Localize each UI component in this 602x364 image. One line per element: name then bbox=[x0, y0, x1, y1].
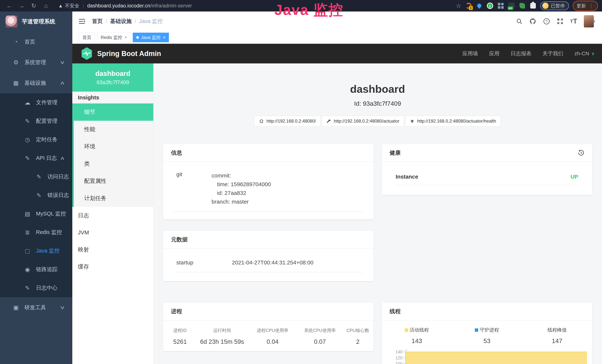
update-button[interactable]: 更新 ⋮ bbox=[573, 1, 598, 11]
sidebar-item-15[interactable]: ▣研发工具∨ bbox=[0, 297, 72, 318]
extension-leaf-icon[interactable] bbox=[519, 2, 526, 9]
tag-label: Redis 监控 bbox=[101, 34, 122, 40]
extension-colorzilla-icon[interactable]: 1 bbox=[465, 2, 472, 9]
hamburger-icon[interactable] bbox=[79, 18, 86, 24]
spring-boot-admin: Spring Boot Admin 应用墙应用日志报表关于我们zh-CN∨ da… bbox=[72, 44, 602, 364]
sidebar-item-8[interactable]: ✎访问日志 bbox=[0, 167, 72, 186]
sidebar-item-13[interactable]: ◉链路追踪 bbox=[0, 260, 72, 279]
chevron-up-icon: ∧ bbox=[60, 155, 65, 161]
extension-switch-icon[interactable]: on bbox=[508, 2, 515, 9]
sba-nav-link-2[interactable]: 应用 bbox=[489, 50, 499, 57]
browser-back-icon[interactable]: ← bbox=[4, 1, 14, 10]
sba-locale-select[interactable]: zh-CN∨ bbox=[574, 51, 595, 57]
tag-active-dot bbox=[136, 36, 139, 39]
instance-nav-root-item-4[interactable]: 缓存 bbox=[72, 258, 153, 275]
instance-nav-root-item-2[interactable]: JVM bbox=[72, 224, 153, 241]
instance-url-button-1[interactable]: http://192.168.0.2:48080/ bbox=[254, 116, 321, 127]
app-logo-link[interactable]: 芋道管理系统 bbox=[0, 11, 72, 32]
instance-url-button-3[interactable]: http://192.168.0.2:48080/actuator/health bbox=[405, 116, 501, 127]
sidebar-item-12[interactable]: ▢Java 监控 bbox=[0, 242, 72, 260]
yaxis-tick-label: 100 bbox=[396, 362, 402, 364]
sba-nav-link-4[interactable]: 关于我们 bbox=[542, 50, 563, 57]
extension-puzzle-icon[interactable] bbox=[529, 2, 537, 9]
config-edit-icon: ✎ bbox=[23, 118, 32, 125]
instance-nav-root-item-1[interactable]: 日志 bbox=[72, 207, 153, 224]
cards-left-column: 信息 git commit:time: 1596289704000id: 27a… bbox=[163, 144, 374, 351]
threads-legend-1: 活动线程143 bbox=[382, 327, 452, 344]
instance-nav-item-2[interactable]: 性能 bbox=[74, 121, 153, 138]
paused-label: 已暂停 bbox=[551, 3, 565, 9]
sidebar-item-6[interactable]: ◷定时任务 bbox=[0, 130, 72, 149]
sba-brand-name: Spring Boot Admin bbox=[97, 50, 161, 58]
sidebar-item-5[interactable]: ✎配置管理 bbox=[0, 112, 72, 130]
browser-home-icon[interactable]: ⌂ bbox=[41, 1, 51, 10]
github-icon[interactable] bbox=[529, 18, 536, 25]
threads-legend-text: 活动线程 bbox=[409, 327, 429, 333]
instance-nav-root-item-3[interactable]: 映射 bbox=[72, 241, 153, 258]
tag-close-icon[interactable]: × bbox=[163, 35, 165, 40]
address-bar[interactable]: ▲ 不安全 | dashboard.yudao.iocoder.cn/infra… bbox=[54, 1, 454, 10]
sidebar-item-label: 定时任务 bbox=[36, 136, 57, 143]
sidebar-item-4[interactable]: ☁文件管理 bbox=[0, 93, 72, 112]
gear-icon: ⚙ bbox=[12, 59, 20, 66]
extension-y-icon[interactable]: y bbox=[486, 2, 494, 9]
browser-forward-icon[interactable]: → bbox=[16, 1, 27, 10]
breadcrumb-item-2[interactable]: 基础设施 bbox=[110, 18, 132, 25]
process-column-label: 运行时间 bbox=[197, 327, 247, 333]
extension-pin-icon[interactable] bbox=[476, 2, 483, 9]
app-title: 芋道管理系统 bbox=[22, 18, 55, 25]
instance-nav-item-5[interactable]: 配置属性 bbox=[74, 172, 153, 190]
warning-icon: ▲ bbox=[58, 3, 63, 9]
chevron-down-icon: ∨ bbox=[60, 60, 65, 65]
instance-url-button-2[interactable]: http://192.168.0.2:48080/actuator bbox=[322, 116, 404, 127]
help-icon[interactable]: ? bbox=[543, 18, 550, 25]
user-avatar[interactable] bbox=[584, 15, 594, 27]
sba-nav-link-1[interactable]: 应用墙 bbox=[462, 50, 478, 57]
access-log-icon: ✎ bbox=[35, 173, 43, 180]
tag-close-icon[interactable]: × bbox=[124, 35, 127, 40]
instance-nav-item-1[interactable]: 细节 bbox=[74, 104, 153, 121]
font-size-icon[interactable]: TT bbox=[570, 17, 577, 25]
instance-nav-item-6[interactable]: 计划任务 bbox=[74, 190, 153, 207]
sidebar-item-label: 基础设施 bbox=[24, 79, 46, 87]
instance-nav-item-4[interactable]: 类 bbox=[74, 155, 153, 172]
instance-header[interactable]: dashboard 93a3fc7f7409 bbox=[72, 64, 153, 92]
fullscreen-icon[interactable] bbox=[557, 18, 563, 25]
breadcrumb-item-1[interactable]: 首页 bbox=[92, 18, 103, 25]
chevron-up-icon: ∧ bbox=[60, 80, 65, 86]
tag-2[interactable]: Redis 监控× bbox=[97, 33, 130, 42]
sidebar-item-2[interactable]: ⚙系统管理∨ bbox=[0, 52, 72, 73]
sidebar-item-1[interactable]: ◔首页 bbox=[0, 32, 72, 52]
metadata-row-value: 2021-04-27T00:44:31.254+08:00 bbox=[232, 259, 313, 266]
info-card-title: 信息 bbox=[171, 149, 182, 157]
tag-3[interactable]: Java 监控× bbox=[133, 33, 169, 42]
avatar-caret-icon[interactable]: ▾ bbox=[593, 19, 595, 24]
sidebar-item-9[interactable]: ✎错误日志 bbox=[0, 186, 72, 204]
sidebar-item-7[interactable]: ✎API 日志∧ bbox=[0, 149, 72, 167]
extension-grid-icon[interactable] bbox=[497, 2, 504, 9]
sidebar-item-3[interactable]: ▦基础设施∧ bbox=[0, 73, 72, 93]
metadata-card-title: 元数据 bbox=[171, 236, 188, 244]
browser-menu-icon[interactable]: ⋮ bbox=[589, 3, 594, 9]
tag-1[interactable]: 首页 bbox=[79, 33, 95, 42]
health-history-icon[interactable] bbox=[578, 150, 584, 156]
sidebar-item-14[interactable]: ✎日志中心 bbox=[0, 279, 72, 297]
process-column-value: 2 bbox=[342, 338, 374, 345]
legend-swatch-icon bbox=[475, 328, 478, 332]
instance-url-label: http://192.168.0.2:48080/actuator/health bbox=[417, 118, 496, 124]
paused-badge[interactable]: 已暂停 bbox=[540, 1, 569, 10]
bookmark-star-icon[interactable]: ☆ bbox=[456, 2, 461, 9]
instance-nav-item-3[interactable]: 环境 bbox=[74, 138, 153, 155]
sidebar-item-10[interactable]: ▤MySQL 监控 bbox=[0, 204, 72, 223]
browser-reload-icon[interactable]: ↻ bbox=[29, 1, 39, 10]
threads-legend-label: 守护进程 bbox=[475, 327, 499, 333]
timer-icon: ◷ bbox=[23, 136, 32, 143]
security-chip[interactable]: ▲ 不安全 bbox=[58, 3, 79, 9]
sidebar-item-11[interactable]: ≣Redis 监控 bbox=[0, 223, 72, 242]
search-icon[interactable] bbox=[516, 18, 523, 25]
info-row-label: git bbox=[176, 171, 212, 206]
threads-card-title: 线程 bbox=[389, 308, 401, 315]
sba-brand[interactable]: Spring Boot Admin bbox=[81, 47, 161, 60]
sidebar-item-label: Redis 监控 bbox=[36, 229, 62, 236]
sba-nav-link-3[interactable]: 日志报表 bbox=[511, 50, 531, 57]
